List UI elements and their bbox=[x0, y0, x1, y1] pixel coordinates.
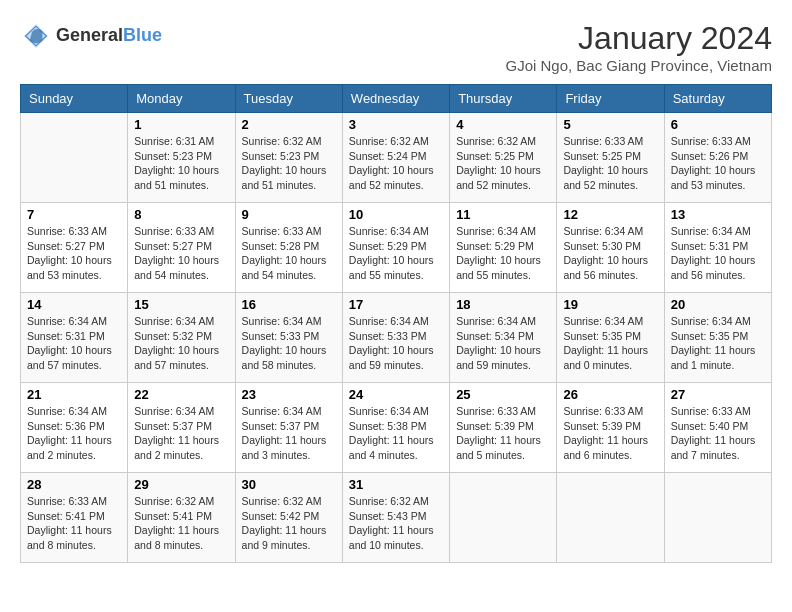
day-cell bbox=[557, 473, 664, 563]
day-cell: 3 Sunrise: 6:32 AMSunset: 5:24 PMDayligh… bbox=[342, 113, 449, 203]
day-cell bbox=[450, 473, 557, 563]
day-number: 11 bbox=[456, 207, 550, 222]
day-cell: 23 Sunrise: 6:34 AMSunset: 5:37 PMDaylig… bbox=[235, 383, 342, 473]
week-row-1: 1 Sunrise: 6:31 AMSunset: 5:23 PMDayligh… bbox=[21, 113, 772, 203]
day-number: 1 bbox=[134, 117, 228, 132]
logo: GeneralBlue bbox=[20, 20, 162, 52]
week-row-2: 7 Sunrise: 6:33 AMSunset: 5:27 PMDayligh… bbox=[21, 203, 772, 293]
col-sunday: Sunday bbox=[21, 85, 128, 113]
day-number: 13 bbox=[671, 207, 765, 222]
day-number: 8 bbox=[134, 207, 228, 222]
cell-info: Sunrise: 6:34 AMSunset: 5:29 PMDaylight:… bbox=[349, 224, 443, 283]
cell-info: Sunrise: 6:34 AMSunset: 5:35 PMDaylight:… bbox=[563, 314, 657, 373]
day-cell: 15 Sunrise: 6:34 AMSunset: 5:32 PMDaylig… bbox=[128, 293, 235, 383]
day-number: 18 bbox=[456, 297, 550, 312]
day-cell: 1 Sunrise: 6:31 AMSunset: 5:23 PMDayligh… bbox=[128, 113, 235, 203]
day-cell: 30 Sunrise: 6:32 AMSunset: 5:42 PMDaylig… bbox=[235, 473, 342, 563]
cell-info: Sunrise: 6:34 AMSunset: 5:36 PMDaylight:… bbox=[27, 404, 121, 463]
day-number: 14 bbox=[27, 297, 121, 312]
cell-info: Sunrise: 6:32 AMSunset: 5:41 PMDaylight:… bbox=[134, 494, 228, 553]
cell-info: Sunrise: 6:34 AMSunset: 5:31 PMDaylight:… bbox=[27, 314, 121, 373]
day-cell: 28 Sunrise: 6:33 AMSunset: 5:41 PMDaylig… bbox=[21, 473, 128, 563]
col-friday: Friday bbox=[557, 85, 664, 113]
day-number: 4 bbox=[456, 117, 550, 132]
day-number: 9 bbox=[242, 207, 336, 222]
cell-info: Sunrise: 6:31 AMSunset: 5:23 PMDaylight:… bbox=[134, 134, 228, 193]
logo-text: GeneralBlue bbox=[56, 26, 162, 46]
location-title: GJoi Ngo, Bac Giang Province, Vietnam bbox=[505, 57, 772, 74]
cell-info: Sunrise: 6:34 AMSunset: 5:33 PMDaylight:… bbox=[349, 314, 443, 373]
day-cell: 29 Sunrise: 6:32 AMSunset: 5:41 PMDaylig… bbox=[128, 473, 235, 563]
day-cell: 25 Sunrise: 6:33 AMSunset: 5:39 PMDaylig… bbox=[450, 383, 557, 473]
day-number: 5 bbox=[563, 117, 657, 132]
cell-info: Sunrise: 6:34 AMSunset: 5:34 PMDaylight:… bbox=[456, 314, 550, 373]
logo-icon bbox=[20, 20, 52, 52]
cell-info: Sunrise: 6:32 AMSunset: 5:23 PMDaylight:… bbox=[242, 134, 336, 193]
day-number: 21 bbox=[27, 387, 121, 402]
cell-info: Sunrise: 6:32 AMSunset: 5:25 PMDaylight:… bbox=[456, 134, 550, 193]
day-cell: 19 Sunrise: 6:34 AMSunset: 5:35 PMDaylig… bbox=[557, 293, 664, 383]
week-row-5: 28 Sunrise: 6:33 AMSunset: 5:41 PMDaylig… bbox=[21, 473, 772, 563]
cell-info: Sunrise: 6:33 AMSunset: 5:26 PMDaylight:… bbox=[671, 134, 765, 193]
day-cell: 18 Sunrise: 6:34 AMSunset: 5:34 PMDaylig… bbox=[450, 293, 557, 383]
header-row: Sunday Monday Tuesday Wednesday Thursday… bbox=[21, 85, 772, 113]
calendar-table: Sunday Monday Tuesday Wednesday Thursday… bbox=[20, 84, 772, 563]
week-row-4: 21 Sunrise: 6:34 AMSunset: 5:36 PMDaylig… bbox=[21, 383, 772, 473]
cell-info: Sunrise: 6:34 AMSunset: 5:30 PMDaylight:… bbox=[563, 224, 657, 283]
col-wednesday: Wednesday bbox=[342, 85, 449, 113]
day-cell: 14 Sunrise: 6:34 AMSunset: 5:31 PMDaylig… bbox=[21, 293, 128, 383]
month-title: January 2024 bbox=[505, 20, 772, 57]
cell-info: Sunrise: 6:32 AMSunset: 5:24 PMDaylight:… bbox=[349, 134, 443, 193]
cell-info: Sunrise: 6:33 AMSunset: 5:41 PMDaylight:… bbox=[27, 494, 121, 553]
day-cell: 13 Sunrise: 6:34 AMSunset: 5:31 PMDaylig… bbox=[664, 203, 771, 293]
day-number: 7 bbox=[27, 207, 121, 222]
title-block: January 2024 GJoi Ngo, Bac Giang Provinc… bbox=[505, 20, 772, 74]
day-number: 20 bbox=[671, 297, 765, 312]
day-number: 10 bbox=[349, 207, 443, 222]
cell-info: Sunrise: 6:34 AMSunset: 5:35 PMDaylight:… bbox=[671, 314, 765, 373]
day-cell: 17 Sunrise: 6:34 AMSunset: 5:33 PMDaylig… bbox=[342, 293, 449, 383]
cell-info: Sunrise: 6:32 AMSunset: 5:42 PMDaylight:… bbox=[242, 494, 336, 553]
day-number: 6 bbox=[671, 117, 765, 132]
day-cell: 26 Sunrise: 6:33 AMSunset: 5:39 PMDaylig… bbox=[557, 383, 664, 473]
day-cell: 7 Sunrise: 6:33 AMSunset: 5:27 PMDayligh… bbox=[21, 203, 128, 293]
day-cell: 10 Sunrise: 6:34 AMSunset: 5:29 PMDaylig… bbox=[342, 203, 449, 293]
day-cell: 31 Sunrise: 6:32 AMSunset: 5:43 PMDaylig… bbox=[342, 473, 449, 563]
day-number: 2 bbox=[242, 117, 336, 132]
cell-info: Sunrise: 6:33 AMSunset: 5:39 PMDaylight:… bbox=[456, 404, 550, 463]
cell-info: Sunrise: 6:34 AMSunset: 5:32 PMDaylight:… bbox=[134, 314, 228, 373]
day-cell: 22 Sunrise: 6:34 AMSunset: 5:37 PMDaylig… bbox=[128, 383, 235, 473]
day-number: 22 bbox=[134, 387, 228, 402]
day-number: 31 bbox=[349, 477, 443, 492]
day-number: 12 bbox=[563, 207, 657, 222]
day-number: 23 bbox=[242, 387, 336, 402]
cell-info: Sunrise: 6:32 AMSunset: 5:43 PMDaylight:… bbox=[349, 494, 443, 553]
cell-info: Sunrise: 6:33 AMSunset: 5:39 PMDaylight:… bbox=[563, 404, 657, 463]
day-number: 15 bbox=[134, 297, 228, 312]
day-cell: 4 Sunrise: 6:32 AMSunset: 5:25 PMDayligh… bbox=[450, 113, 557, 203]
col-thursday: Thursday bbox=[450, 85, 557, 113]
day-cell: 5 Sunrise: 6:33 AMSunset: 5:25 PMDayligh… bbox=[557, 113, 664, 203]
day-number: 3 bbox=[349, 117, 443, 132]
day-cell: 20 Sunrise: 6:34 AMSunset: 5:35 PMDaylig… bbox=[664, 293, 771, 383]
page-header: GeneralBlue January 2024 GJoi Ngo, Bac G… bbox=[20, 20, 772, 74]
cell-info: Sunrise: 6:33 AMSunset: 5:27 PMDaylight:… bbox=[134, 224, 228, 283]
col-tuesday: Tuesday bbox=[235, 85, 342, 113]
cell-info: Sunrise: 6:33 AMSunset: 5:28 PMDaylight:… bbox=[242, 224, 336, 283]
day-cell bbox=[21, 113, 128, 203]
day-number: 19 bbox=[563, 297, 657, 312]
day-cell bbox=[664, 473, 771, 563]
day-number: 25 bbox=[456, 387, 550, 402]
day-cell: 16 Sunrise: 6:34 AMSunset: 5:33 PMDaylig… bbox=[235, 293, 342, 383]
cell-info: Sunrise: 6:34 AMSunset: 5:31 PMDaylight:… bbox=[671, 224, 765, 283]
cell-info: Sunrise: 6:33 AMSunset: 5:27 PMDaylight:… bbox=[27, 224, 121, 283]
cell-info: Sunrise: 6:34 AMSunset: 5:37 PMDaylight:… bbox=[242, 404, 336, 463]
week-row-3: 14 Sunrise: 6:34 AMSunset: 5:31 PMDaylig… bbox=[21, 293, 772, 383]
cell-info: Sunrise: 6:33 AMSunset: 5:40 PMDaylight:… bbox=[671, 404, 765, 463]
col-monday: Monday bbox=[128, 85, 235, 113]
day-cell: 21 Sunrise: 6:34 AMSunset: 5:36 PMDaylig… bbox=[21, 383, 128, 473]
cell-info: Sunrise: 6:34 AMSunset: 5:29 PMDaylight:… bbox=[456, 224, 550, 283]
cell-info: Sunrise: 6:34 AMSunset: 5:33 PMDaylight:… bbox=[242, 314, 336, 373]
day-number: 16 bbox=[242, 297, 336, 312]
day-cell: 24 Sunrise: 6:34 AMSunset: 5:38 PMDaylig… bbox=[342, 383, 449, 473]
